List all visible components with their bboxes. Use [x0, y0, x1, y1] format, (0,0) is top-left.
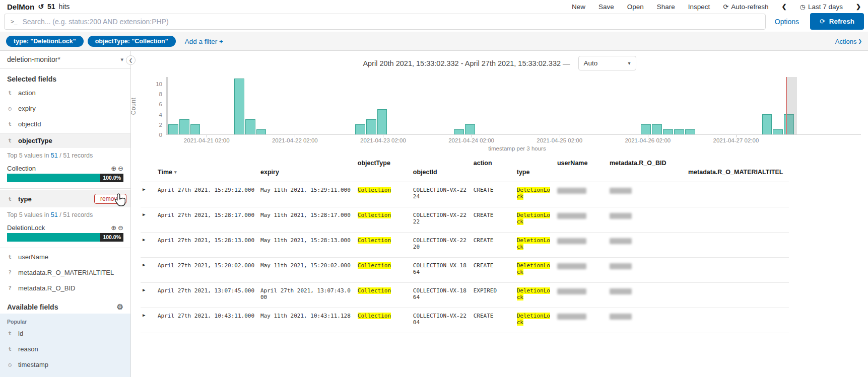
gear-icon[interactable]: ⚙ — [117, 303, 123, 312]
field-name: action — [18, 89, 36, 97]
column-label: objectId — [413, 169, 437, 176]
highlighted-value: DeletionLock — [517, 287, 550, 300]
options-link[interactable]: Options — [775, 18, 799, 26]
histogram-bar[interactable] — [168, 124, 178, 134]
records-count-link[interactable]: 51 — [51, 211, 58, 218]
histogram-bar[interactable] — [377, 109, 387, 134]
expanded-field-block: ttyperemoveTop 5 values in 51 / 51 recor… — [0, 190, 130, 248]
expand-row-caret[interactable]: ▶ — [141, 207, 158, 232]
histogram-bar[interactable] — [454, 129, 464, 134]
histogram-bar[interactable] — [674, 129, 684, 134]
histogram-bar[interactable] — [179, 119, 189, 134]
sidebar-field-action[interactable]: taction — [0, 85, 130, 101]
histogram-bar[interactable] — [652, 124, 662, 134]
sidebar-field-expiry[interactable]: ◷expiry — [0, 101, 130, 116]
redacted-value — [610, 288, 632, 294]
sidebar-field-metadata.R_O_BID[interactable]: ?metadata.R_O_BID — [0, 280, 130, 296]
add-filter-button[interactable]: Add a filter + — [185, 38, 223, 45]
histogram-bar[interactable] — [663, 129, 673, 134]
histogram-bar[interactable] — [641, 124, 651, 134]
content-area: deletion-monitor* ▾ Selected fields tact… — [0, 51, 868, 377]
time-back-button[interactable]: ❮ — [781, 3, 786, 10]
selected-fields-list: taction◷expirytobjectIdtobjectTypeTop 5 … — [0, 85, 130, 296]
sidebar-field-objectType[interactable]: tobjectType — [0, 133, 130, 148]
search-box[interactable]: >_ — [4, 14, 766, 30]
sidebar-field-reason[interactable]: treason — [0, 341, 130, 357]
time-range-picker[interactable]: ◷ Last 7 days — [800, 3, 843, 11]
highlighted-value: DeletionLock — [517, 313, 550, 326]
menu-item-new[interactable]: New — [572, 3, 585, 11]
column-header-username[interactable]: userName — [557, 160, 610, 182]
filter-pill[interactable]: objectType: "Collection" — [88, 36, 176, 47]
sidebar-field-userName[interactable]: tuserName — [0, 249, 130, 265]
table-row: ▶April 27th 2021, 15:28:13.000May 11th 2… — [141, 232, 789, 257]
cell-username — [557, 257, 610, 282]
column-header-objecttype[interactable]: objectType — [358, 160, 413, 182]
collapse-chevron-icon: ❮ — [129, 58, 133, 63]
sidebar-field-timestamp[interactable]: ◷timestamp — [0, 357, 130, 372]
search-input[interactable] — [22, 18, 759, 26]
magnify-plus-icon[interactable]: ⊕ — [111, 224, 116, 232]
table-row: ▶April 27th 2021, 15:28:17.000May 11th 2… — [141, 207, 789, 232]
time-forward-button[interactable]: ❯ — [856, 3, 861, 10]
filter-bar: type: "DeletionLock"objectType: "Collect… — [0, 32, 868, 51]
histogram-bar[interactable] — [465, 124, 475, 134]
magnify-plus-icon[interactable]: ⊕ — [111, 165, 116, 172]
column-header-action[interactable]: action — [474, 160, 517, 182]
collapse-sidebar-button[interactable]: ❮ — [126, 55, 136, 65]
expand-row-caret[interactable]: ▶ — [141, 308, 158, 333]
sidebar-field-type[interactable]: ttyperemove — [0, 190, 130, 207]
highlighted-value: Collection — [358, 262, 391, 269]
field-name: expiry — [18, 105, 36, 112]
redacted-value — [557, 263, 586, 269]
menu-item-open[interactable]: Open — [627, 3, 644, 11]
histogram-bar[interactable] — [355, 124, 365, 134]
histogram-bar[interactable] — [256, 129, 266, 134]
expand-row-caret[interactable]: ▶ — [141, 232, 158, 257]
remove-field-button[interactable]: remove — [94, 194, 126, 204]
sidebar-field-objectId[interactable]: tobjectId — [0, 116, 130, 132]
column-header-metadata-r_o_materialtitel[interactable]: metadata.R_O_MATERIALTITEL — [688, 160, 789, 182]
column-header-time[interactable]: Time▾ — [158, 160, 260, 182]
index-pattern-selector[interactable]: deletion-monitor* ▾ — [0, 51, 130, 68]
histogram-bar[interactable] — [234, 79, 244, 134]
refresh-button[interactable]: ⟳ Refresh — [810, 13, 864, 30]
field-type-icon: t — [7, 330, 13, 337]
histogram-bar[interactable] — [773, 129, 783, 134]
expand-row-caret[interactable]: ▶ — [141, 182, 158, 207]
histogram-bar[interactable] — [245, 119, 255, 134]
menu-item-save[interactable]: Save — [598, 3, 614, 11]
cell-metadata-r_o_bid — [610, 308, 688, 333]
x-axis-label: timestamp per 3 hours — [166, 145, 868, 152]
sidebar-field-metadata.R_O_MATERIALTITEL[interactable]: ?metadata.R_O_MATERIALTITEL — [0, 265, 130, 280]
highlighted-value: DeletionLock — [517, 187, 550, 200]
x-tick-label: 2021-04-25 02:00 — [537, 137, 582, 143]
column-header-metadata-r_o_bid[interactable]: metadata.R_O_BID — [610, 160, 688, 182]
column-label: expiry — [260, 169, 279, 176]
auto-refresh-button[interactable]: ⟳ Auto-refresh — [723, 3, 768, 11]
column-header-objectid[interactable]: objectId — [413, 160, 474, 182]
actions-menu-button[interactable]: Actions ❯ — [835, 38, 862, 45]
histogram-bar[interactable] — [190, 124, 201, 134]
current-time-marker — [786, 77, 787, 134]
filter-pill[interactable]: type: "DeletionLock" — [6, 36, 84, 47]
magnify-minus-icon[interactable]: ⊖ — [118, 165, 123, 172]
menu-item-inspect[interactable]: Inspect — [688, 3, 710, 11]
documents-table: Time▾expiryobjectTypeobjectIdactiontypeu… — [141, 160, 789, 333]
histogram-bar[interactable] — [762, 114, 772, 134]
histogram-bar[interactable] — [366, 119, 376, 134]
cell-type: DeletionLock — [517, 207, 557, 232]
cell-objectid: COLLECTION-VX-2224 — [413, 182, 474, 207]
expand-row-caret[interactable]: ▶ — [141, 257, 158, 282]
column-header-type[interactable]: type — [517, 160, 557, 182]
records-count-link[interactable]: 51 — [51, 152, 58, 159]
magnify-minus-icon[interactable]: ⊖ — [118, 224, 123, 232]
sidebar-field-id[interactable]: tid — [0, 326, 130, 341]
field-value-name: Collection — [7, 165, 36, 172]
interval-select[interactable]: Auto ▾ — [578, 56, 636, 70]
expand-row-caret[interactable]: ▶ — [141, 282, 158, 308]
x-tick-label: 2021-04-21 02:00 — [184, 137, 230, 143]
histogram-bar[interactable] — [685, 129, 695, 134]
menu-item-share[interactable]: Share — [657, 3, 675, 11]
column-header-expiry[interactable]: expiry — [260, 160, 358, 182]
